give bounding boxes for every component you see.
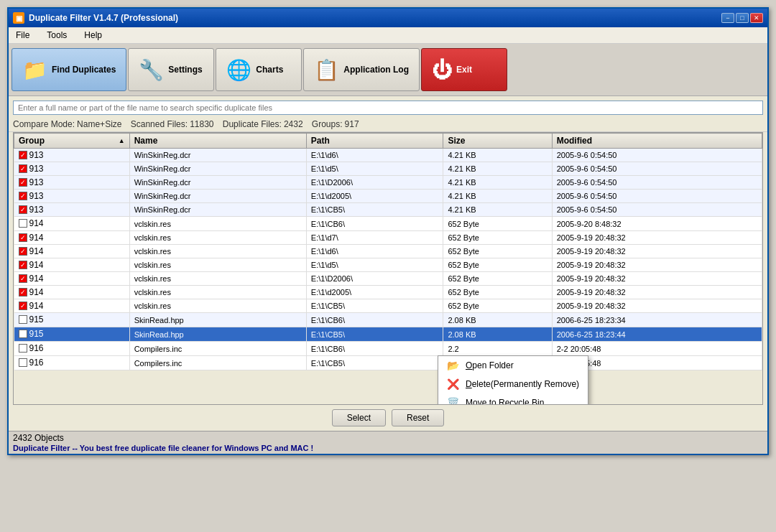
- cell-group: ✓914: [14, 245, 130, 258]
- cell-size: 4.21 KB: [443, 149, 552, 162]
- col-path[interactable]: Path: [306, 134, 443, 149]
- col-group[interactable]: Group▲: [14, 134, 130, 149]
- table-row[interactable]: ✓914 vclskin.res E:\1\D2006\ 652 Byte 20…: [14, 272, 762, 286]
- cell-path: E:\1\CB6\: [306, 217, 443, 231]
- find-duplicates-label: Find Duplicates: [52, 65, 116, 75]
- row-checkbox[interactable]: ✓: [19, 192, 27, 200]
- row-checkbox[interactable]: ✓: [19, 302, 27, 310]
- statusbar: 2432 Objects Duplicate Filter -- You bes…: [9, 431, 767, 454]
- cell-path: E:\1\D2006\: [306, 272, 443, 286]
- col-name[interactable]: Name: [129, 134, 306, 149]
- cell-name: WinSkinReg.dcr: [129, 149, 306, 162]
- col-size[interactable]: Size: [443, 134, 552, 149]
- groups-label: Groups:: [312, 119, 343, 129]
- table-row[interactable]: ✓913 WinSkinReg.dcr E:\1\D2006\ 4.21 KB …: [14, 176, 762, 190]
- context-move-recycle[interactable]: 🗑️ Move to Recycle Bin: [438, 393, 588, 405]
- cell-name: SkinRead.hpp: [129, 327, 306, 342]
- table-header-row: Group▲ Name Path Size Modified: [14, 134, 762, 149]
- cell-name: vclskin.res: [129, 245, 306, 258]
- file-table: Group▲ Name Path Size Modified ✓913 WinS…: [14, 133, 762, 370]
- cell-size: 652 Byte: [443, 272, 552, 286]
- menu-help[interactable]: Help: [81, 29, 105, 42]
- table-row[interactable]: 916 Compilers.inc E:\1\CB5\ 2.2 2-2 20:0…: [14, 356, 762, 370]
- row-checkbox[interactable]: [19, 330, 27, 338]
- context-delete[interactable]: ❌ Delete(Permanently Remove): [438, 375, 588, 393]
- context-menu: 📂 Open Folder ❌ Delete(Permanently Remov…: [438, 355, 588, 405]
- table-row[interactable]: ✓914 vclskin.res E:\1\d2005\ 652 Byte 20…: [14, 286, 762, 299]
- row-checkbox[interactable]: ✓: [19, 151, 27, 159]
- row-checkbox[interactable]: ✓: [19, 247, 27, 256]
- cell-size: 4.21 KB: [443, 176, 552, 190]
- row-checkbox[interactable]: ✓: [19, 233, 27, 242]
- settings-button[interactable]: 🔧 Settings: [128, 48, 214, 91]
- select-button[interactable]: Select: [332, 409, 386, 426]
- cell-modified: 2005-9-19 20:48:32: [552, 272, 762, 286]
- row-checkbox[interactable]: ✓: [19, 178, 27, 187]
- table-row[interactable]: ✓913 WinSkinReg.dcr E:\1\CB5\ 4.21 KB 20…: [14, 203, 762, 217]
- cell-modified: 2005-9-19 20:48:32: [552, 231, 762, 245]
- row-checkbox[interactable]: [19, 358, 27, 367]
- cell-path: E:\1\d6\: [306, 149, 443, 162]
- context-open-folder-label: Open Folder: [466, 360, 514, 370]
- charts-label: Charts: [256, 65, 283, 75]
- table-row[interactable]: 914 vclskin.res E:\1\CB6\ 652 Byte 2005-…: [14, 217, 762, 231]
- table-row[interactable]: 915 SkinRead.hpp E:\1\CB6\ 2.08 KB 2006-…: [14, 313, 762, 327]
- context-recycle-label: Move to Recycle Bin: [466, 398, 544, 405]
- table-row[interactable]: 915 SkinRead.hpp E:\1\CB5\ 2.08 KB 2006-…: [14, 327, 762, 342]
- context-open-folder[interactable]: 📂 Open Folder: [438, 356, 588, 375]
- app-icon: ▣: [13, 12, 24, 24]
- menu-file[interactable]: File: [13, 29, 32, 42]
- row-checkbox[interactable]: ✓: [19, 274, 27, 283]
- cell-size: 652 Byte: [443, 231, 552, 245]
- cell-name: vclskin.res: [129, 217, 306, 231]
- col-modified[interactable]: Modified: [552, 134, 762, 149]
- settings-label: Settings: [168, 65, 202, 75]
- table-row[interactable]: ✓914 vclskin.res E:\1\d6\ 652 Byte 2005-…: [14, 245, 762, 258]
- reset-button[interactable]: Reset: [392, 409, 444, 426]
- maximize-button[interactable]: □: [736, 13, 749, 23]
- row-checkbox[interactable]: ✓: [19, 164, 27, 173]
- row-checkbox[interactable]: [19, 219, 27, 228]
- search-input[interactable]: [13, 101, 763, 115]
- exit-button[interactable]: ⏻ Exit: [421, 48, 507, 91]
- file-table-container[interactable]: Group▲ Name Path Size Modified ✓913 WinS…: [13, 132, 763, 405]
- cell-path: E:\1\d2005\: [306, 286, 443, 299]
- row-checkbox[interactable]: [19, 344, 27, 353]
- cell-size: 4.21 KB: [443, 162, 552, 176]
- table-row[interactable]: ✓914 vclskin.res E:\1\d7\ 652 Byte 2005-…: [14, 231, 762, 245]
- row-checkbox[interactable]: ✓: [19, 205, 27, 214]
- table-row[interactable]: ✓913 WinSkinReg.dcr E:\1\d2005\ 4.21 KB …: [14, 190, 762, 203]
- cell-group: ✓913: [14, 149, 130, 162]
- cell-name: vclskin.res: [129, 231, 306, 245]
- row-checkbox[interactable]: ✓: [19, 288, 27, 297]
- folder-icon: 📁: [22, 58, 47, 82]
- stats-bar: Compare Mode: Name+Size Scanned Files: 1…: [9, 117, 767, 132]
- table-row[interactable]: 916 Compilers.inc E:\1\CB6\ 2.2 2-2 20:0…: [14, 342, 762, 356]
- menu-tools[interactable]: Tools: [44, 29, 70, 42]
- table-row[interactable]: ✓914 vclskin.res E:\1\d5\ 652 Byte 2005-…: [14, 258, 762, 272]
- find-duplicates-button[interactable]: 📁 Find Duplicates: [11, 48, 126, 91]
- close-button[interactable]: ✕: [750, 13, 763, 23]
- cell-name: SkinRead.hpp: [129, 313, 306, 327]
- menubar: File Tools Help: [9, 27, 767, 44]
- row-checkbox[interactable]: [19, 315, 27, 324]
- cell-group: 915: [14, 313, 130, 327]
- charts-button[interactable]: 🌐 Charts: [216, 48, 302, 91]
- application-log-button[interactable]: 📋 Application Log: [303, 48, 420, 91]
- exit-label: Exit: [456, 65, 472, 75]
- row-checkbox[interactable]: ✓: [19, 261, 27, 269]
- table-row[interactable]: ✓914 vclskin.res E:\1\CB5\ 652 Byte 2005…: [14, 299, 762, 313]
- table-row[interactable]: ✓913 WinSkinReg.dcr E:\1\d5\ 4.21 KB 200…: [14, 162, 762, 176]
- sort-icon: ▲: [119, 137, 125, 144]
- table-row[interactable]: ✓913 WinSkinReg.dcr E:\1\d6\ 4.21 KB 200…: [14, 149, 762, 162]
- open-folder-icon: 📂: [447, 360, 460, 371]
- scanned-label: Scanned Files:: [131, 119, 188, 129]
- cell-name: vclskin.res: [129, 258, 306, 272]
- cell-group: ✓913: [14, 190, 130, 203]
- cell-path: E:\1\d7\: [306, 231, 443, 245]
- clipboard-icon: 📋: [314, 58, 339, 82]
- cell-modified: 2005-9-6 0:54:50: [552, 176, 762, 190]
- cell-group: ✓913: [14, 162, 130, 176]
- minimize-button[interactable]: −: [721, 13, 734, 23]
- cell-path: E:\1\CB6\: [306, 313, 443, 327]
